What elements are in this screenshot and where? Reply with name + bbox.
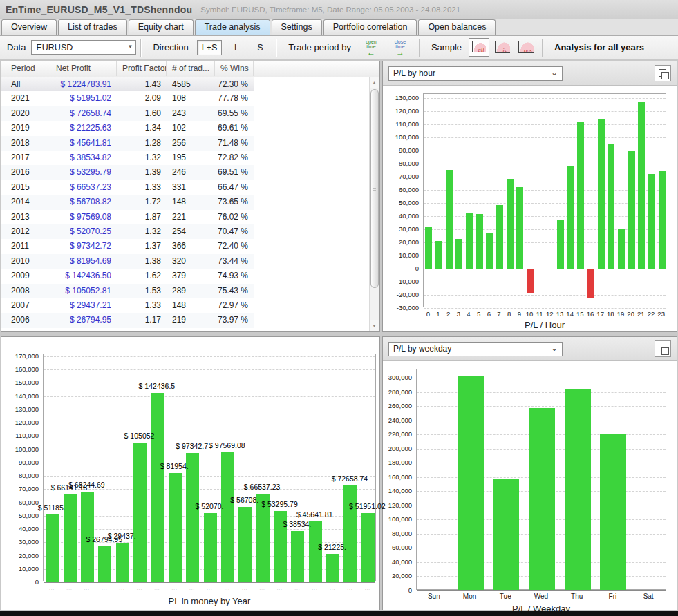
- gridline: [44, 369, 375, 370]
- direction-s-button[interactable]: S: [251, 40, 269, 55]
- y-axis-label: 50,000: [4, 512, 39, 519]
- bar: [516, 187, 523, 269]
- table-row-2019[interactable]: 2019$ 21225.631.3410269.61 %: [1, 121, 254, 136]
- table-scrollbar[interactable]: ▲ ▼: [369, 77, 379, 331]
- cell-trades: 148: [167, 195, 215, 209]
- table-row-2006[interactable]: 2006$ 26794.951.1721973.97 %: [1, 313, 254, 328]
- sample-oos-button[interactable]: oos: [516, 38, 536, 57]
- table-row-2013[interactable]: 2013$ 97569.081.8722176.02 %: [1, 210, 254, 225]
- table-row-2009[interactable]: 2009$ 142436.501.6237974.93 %: [1, 269, 254, 284]
- x-axis-label: ...: [131, 584, 148, 592]
- column-header-wins[interactable]: % Wins: [215, 61, 254, 76]
- table-row-2020[interactable]: 2020$ 72658.741.6024369.55 %: [1, 106, 254, 122]
- bar: [638, 102, 645, 269]
- toolbar-separator: [140, 39, 142, 57]
- x-axis-label: Tue: [487, 593, 523, 600]
- cell-wins: 71.48 %: [215, 136, 254, 151]
- gridline: [44, 383, 375, 383]
- column-header-profit-factor[interactable]: Profit Factor: [117, 61, 167, 76]
- table-row-2010[interactable]: 2010$ 81954.691.3832073.44 %: [1, 254, 254, 269]
- table-row-2007[interactable]: 2007$ 29437.211.3314872.97 %: [1, 298, 254, 314]
- tab-open-balances[interactable]: Open balances: [418, 19, 496, 35]
- table-row-2005[interactable]: 2005$ 68244.691.4427370.70 %: [1, 328, 254, 331]
- table-row-2016[interactable]: 2016$ 53295.791.3924669.51 %: [1, 165, 254, 180]
- cell-trades: 246: [167, 165, 215, 180]
- scroll-up-button[interactable]: ▲: [370, 77, 379, 88]
- table-row-2008[interactable]: 2008$ 105052.811.5328975.43 %: [1, 284, 254, 299]
- tab-list-of-trades[interactable]: List of trades: [58, 19, 127, 35]
- bar: [98, 546, 111, 582]
- cell-profit-factor: 1.43: [117, 77, 167, 92]
- tab-trade-analysis[interactable]: Trade analysis: [195, 19, 270, 35]
- open-time-button[interactable]: open time ←: [359, 37, 384, 57]
- cell-net-profit: $ 38534.82: [50, 151, 117, 165]
- toolbar-separator: [276, 39, 277, 57]
- data-symbol-value: EURUSD: [36, 43, 73, 52]
- cell-period: 2011: [1, 239, 50, 253]
- table-row-2012[interactable]: 2012$ 52070.251.3225470.47 %: [1, 224, 254, 240]
- x-axis-label: 13: [555, 310, 565, 318]
- table-row-2017[interactable]: 2017$ 38534.821.3219572.82 %: [1, 151, 254, 166]
- x-axis-label: ...: [95, 584, 113, 592]
- tab-overview[interactable]: Overview: [1, 19, 57, 35]
- y-axis-label: 10,000: [4, 565, 39, 572]
- cell-period: 2015: [1, 180, 50, 195]
- copy-weekday-chart-button[interactable]: [655, 340, 671, 357]
- data-symbol-select[interactable]: EURUSD ▼: [31, 40, 136, 55]
- combo-arrow-icon[interactable]: ▼: [128, 44, 133, 50]
- column-header-period[interactable]: Period: [1, 61, 50, 76]
- hour-chart-header: P/L by hour ⌄: [383, 61, 677, 86]
- cell-wins: 73.97 %: [215, 313, 254, 327]
- sample-is-button[interactable]: is: [492, 38, 513, 57]
- sample-is-text: is: [494, 47, 515, 54]
- cell-period: 2010: [1, 254, 50, 269]
- bar: [116, 543, 129, 582]
- cell-trades: 148: [167, 298, 215, 313]
- gridline: [424, 124, 666, 125]
- scroll-down-button[interactable]: ▼: [370, 320, 379, 331]
- column-header-net-profit[interactable]: Net Profit: [50, 61, 117, 76]
- bar: [425, 227, 432, 269]
- gridline: [44, 356, 375, 357]
- weekday-chart-type-select[interactable]: P/L by weekday ⌄: [388, 342, 563, 356]
- table-row-2015[interactable]: 2015$ 66537.231.3333166.47 %: [1, 180, 254, 195]
- hour-chart-type-select[interactable]: P/L by hour ⌄: [388, 66, 563, 81]
- scrollbar-thumb[interactable]: [370, 89, 379, 288]
- cell-period: 2019: [1, 121, 50, 135]
- bar-value-label: $ 51185.: [38, 503, 66, 512]
- table-row-2014[interactable]: 2014$ 56708.821.7214873.65 %: [1, 195, 254, 210]
- close-time-button[interactable]: close time →: [388, 37, 413, 57]
- titlebar: EnTime_EURUSD_M5_V1_TDShenndou Symbol: E…: [0, 0, 678, 19]
- x-axis-label: ...: [60, 584, 77, 592]
- x-axis-label: 21: [636, 310, 646, 318]
- close-time-arrow-icon: →: [396, 49, 404, 56]
- year-chart: 010,00020,00030,00040,00050,00060,00070,…: [1, 337, 379, 611]
- copy-hour-chart-button[interactable]: [655, 65, 671, 81]
- table-row-2018[interactable]: 2018$ 45641.811.2825671.48 %: [1, 136, 254, 151]
- tab-settings[interactable]: Settings: [272, 19, 322, 35]
- cell-net-profit: $ 29437.21: [50, 298, 117, 313]
- bar: [291, 531, 304, 582]
- weekday-chart-header: P/L by weekday ⌄: [383, 337, 677, 361]
- weekday-chart-panel: P/L by weekday ⌄ 020,00040,00060,00080,0…: [382, 336, 677, 610]
- cell-trades: 195: [167, 151, 215, 165]
- direction-ls-button[interactable]: L+S: [197, 40, 223, 55]
- y-axis-label: 280,000: [377, 388, 412, 396]
- table-row-2021[interactable]: 2021$ 51951.022.0910877.78 %: [1, 91, 254, 106]
- tab-equity-chart[interactable]: Equity chart: [129, 19, 194, 35]
- cell-profit-factor: 1.87: [117, 210, 167, 224]
- x-axis-label: 8: [504, 310, 514, 318]
- x-axis-label: ...: [323, 584, 341, 592]
- y-axis-label: 160,000: [377, 473, 412, 481]
- column-header-of-trad[interactable]: # of trad...: [167, 61, 215, 76]
- tab-portfolio-correlation[interactable]: Portfolio correlation: [323, 19, 417, 35]
- y-axis-label: 110,000: [4, 432, 39, 439]
- x-axis-label: 12: [545, 310, 555, 318]
- y-axis-label: 100,000: [377, 515, 412, 523]
- cell-period: 2020: [1, 106, 50, 121]
- table-row-all[interactable]: All$ 1224783.911.43458572.30 %: [1, 77, 254, 93]
- table-row-2011[interactable]: 2011$ 97342.721.3736672.40 %: [1, 239, 254, 254]
- direction-l-button[interactable]: L: [227, 40, 245, 55]
- bar: [648, 174, 655, 269]
- sample-all-button[interactable]: all: [469, 38, 489, 57]
